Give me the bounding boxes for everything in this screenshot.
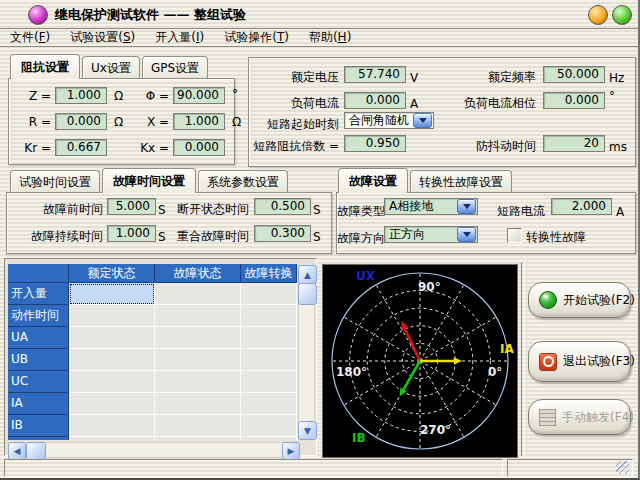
- row-header[interactable]: IC: [8, 437, 69, 440]
- scroll-left-icon[interactable]: ◀: [8, 442, 26, 460]
- table-cell[interactable]: [241, 349, 297, 371]
- menu-test-settings[interactable]: 试验设置(S): [60, 28, 145, 48]
- row-header[interactable]: UC: [8, 371, 69, 393]
- table-cell[interactable]: [155, 349, 241, 371]
- r-field[interactable]: 0.000: [55, 113, 107, 130]
- tab-fault-time[interactable]: 故障时间设置: [102, 168, 196, 193]
- fault-type-combo[interactable]: A相接地: [384, 198, 478, 215]
- table-cell[interactable]: [69, 305, 155, 327]
- column-header[interactable]: 故障状态: [155, 264, 241, 283]
- table-cell[interactable]: [69, 371, 155, 393]
- vertical-scroll-thumb[interactable]: [298, 283, 317, 305]
- row-header[interactable]: 开入量: [8, 283, 69, 305]
- manual-trigger-button[interactable]: 手动触发(F4): [528, 399, 631, 435]
- row-header[interactable]: UA: [8, 327, 69, 349]
- load-current-label: 负荷电流: [249, 95, 339, 112]
- table-cell[interactable]: [241, 283, 297, 305]
- open-state-time-unit: S: [310, 203, 321, 217]
- menu-file[interactable]: 文件(F): [0, 28, 60, 48]
- z-label: Z =: [17, 89, 51, 103]
- row-header[interactable]: 动作时间: [8, 305, 69, 327]
- phasor-label-0: 0°: [488, 365, 502, 379]
- table-cell[interactable]: [241, 437, 297, 440]
- menu-help[interactable]: 帮助(H): [299, 28, 361, 48]
- pre-fault-time-field[interactable]: 5.000: [107, 198, 156, 215]
- table-cell[interactable]: [155, 437, 241, 440]
- table-cell[interactable]: [241, 393, 297, 415]
- menu-test-operation[interactable]: 试验操作(T): [214, 28, 299, 48]
- table-cell[interactable]: [155, 305, 241, 327]
- table-cell-selected[interactable]: [69, 283, 155, 305]
- short-start-moment-combo[interactable]: 合闸角随机: [344, 112, 434, 129]
- table-cell[interactable]: [155, 283, 241, 305]
- minimize-button[interactable]: [588, 5, 608, 25]
- column-header[interactable]: 故障转换: [241, 264, 297, 283]
- start-test-button[interactable]: 开始试验(F2): [528, 282, 631, 318]
- table-cell[interactable]: [155, 415, 241, 437]
- scroll-right-icon[interactable]: ▶: [282, 442, 300, 460]
- tab-test-time[interactable]: 试验时间设置: [10, 170, 100, 193]
- phasor-green-vector: [404, 361, 421, 390]
- horizontal-scrollbar[interactable]: [8, 442, 298, 458]
- table-cell[interactable]: [241, 371, 297, 393]
- table-cell[interactable]: [241, 305, 297, 327]
- fault-time-panel: 故障前时间 5.000 S 断开状态时间 0.500 S 故障持续时间 1.00…: [6, 192, 332, 254]
- rating-panel: 额定电压 57.740 V 额定频率 50.000 Hz 负荷电流 0.000 …: [248, 57, 636, 167]
- tab-ux-settings[interactable]: Ux设置: [82, 56, 140, 79]
- reclose-fault-time-field[interactable]: 0.300: [254, 225, 311, 242]
- table-cell[interactable]: [241, 327, 297, 349]
- power-icon: [539, 353, 557, 371]
- short-start-moment-value: 合闸角随机: [345, 112, 412, 129]
- chevron-down-icon[interactable]: [457, 227, 476, 242]
- scroll-up-icon[interactable]: ▲: [298, 265, 317, 284]
- fault-duration-field[interactable]: 1.000: [107, 225, 156, 242]
- z-unit: Ω: [111, 89, 133, 103]
- load-phase-field[interactable]: 0.000: [543, 92, 605, 109]
- tab-impedance-settings[interactable]: 阻抗设置: [10, 54, 80, 79]
- table-cell[interactable]: [241, 415, 297, 437]
- table-cell[interactable]: [155, 371, 241, 393]
- table-cell[interactable]: [69, 437, 155, 440]
- exit-test-button[interactable]: 退出试验(F3): [528, 341, 631, 382]
- tab-fault-settings[interactable]: 故障设置: [338, 168, 408, 193]
- chevron-down-icon[interactable]: [413, 113, 432, 128]
- z-field[interactable]: 1.000: [55, 87, 107, 104]
- phasor-label-270: 270°: [420, 423, 451, 437]
- horizontal-scroll-thumb[interactable]: [26, 442, 46, 460]
- table-cell[interactable]: [69, 393, 155, 415]
- tab-convert-fault-settings[interactable]: 转换性故障设置: [410, 170, 512, 193]
- phi-field[interactable]: 90.000: [173, 87, 225, 104]
- impedance-mult-field[interactable]: 0.950: [344, 135, 406, 152]
- row-header[interactable]: UB: [8, 349, 69, 371]
- table-cell[interactable]: [69, 415, 155, 437]
- rated-voltage-field[interactable]: 57.740: [344, 66, 406, 83]
- load-current-field[interactable]: 0.000: [344, 92, 406, 109]
- debounce-field[interactable]: 20: [543, 135, 605, 152]
- chevron-down-icon[interactable]: [457, 199, 476, 214]
- rated-freq-field[interactable]: 50.000: [543, 66, 605, 83]
- menu-binary-input[interactable]: 开入量(I): [145, 28, 214, 48]
- kr-field[interactable]: 0.667: [55, 139, 107, 156]
- table-cell[interactable]: [69, 349, 155, 371]
- tab-system-params[interactable]: 系统参数设置: [198, 170, 288, 193]
- table-cell[interactable]: [69, 327, 155, 349]
- row-header[interactable]: IB: [8, 415, 69, 437]
- x-field[interactable]: 1.000: [173, 113, 225, 130]
- row-header[interactable]: IA: [8, 393, 69, 415]
- open-state-time-field[interactable]: 0.500: [254, 198, 311, 215]
- column-header[interactable]: 额定状态: [69, 264, 155, 283]
- manual-trigger-label: 手动触发(F4): [562, 409, 634, 426]
- convert-fault-checkbox[interactable]: [507, 228, 522, 243]
- short-current-field[interactable]: 2.000: [551, 198, 612, 215]
- close-button[interactable]: [612, 5, 632, 25]
- scroll-down-icon[interactable]: ▼: [298, 421, 317, 440]
- resize-grip[interactable]: [616, 461, 629, 474]
- table-cell[interactable]: [155, 327, 241, 349]
- fault-tabs: 故障设置 转换性故障设置: [338, 171, 514, 193]
- fault-direction-combo[interactable]: 正方向: [384, 226, 478, 243]
- kx-field[interactable]: 0.000: [173, 139, 225, 156]
- table-cell[interactable]: [155, 393, 241, 415]
- fault-type-label: 故障类型: [337, 203, 379, 220]
- short-current-unit: A: [613, 205, 624, 219]
- tab-gps-settings[interactable]: GPS设置: [142, 56, 208, 79]
